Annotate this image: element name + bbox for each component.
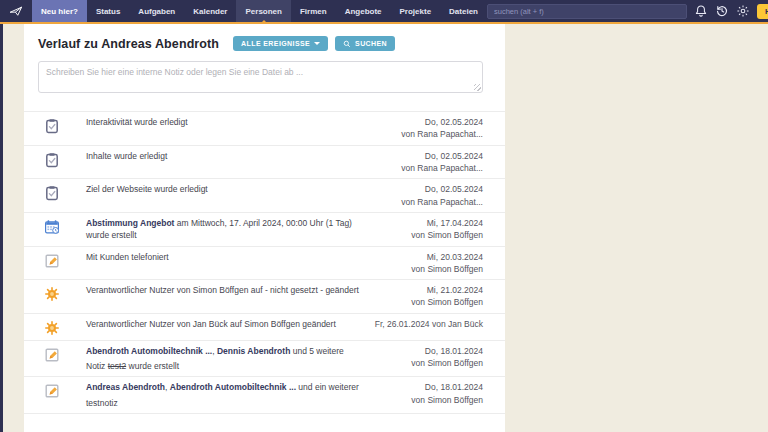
all-events-label: ALLE EREIGNISSE [241,40,310,47]
event-subtext: Notiz test2 wurde erstellt [86,360,376,372]
event-main-text: Inhalte wurde erledigt [86,150,376,162]
entity-link[interactable]: Abendroth Automobiltechnik ... [170,382,296,392]
event-meta: Do, 02.05.2024von Rana Papachat... [401,116,483,141]
top-nav: Neu hier?StatusAufgabenKalenderPersonenF… [0,0,768,24]
event-meta: Do, 18.01.2024von Simon Böffgen [411,381,483,406]
event-main-text: Ziel der Webseite wurde erledigt [86,183,376,195]
text-segment: Inhalte wurde erledigt [86,151,167,161]
page-body: Verlauf zu Andreas Abendroth ALLE EREIGN… [0,24,768,432]
text-segment: Interaktivität wurde erledigt [86,117,188,127]
timeline-row: Inhalte wurde erledigtDo, 02.05.2024von … [24,146,505,180]
event-meta-line: von Simon Böffgen [411,357,483,369]
event-meta-line: von Rana Papachat... [401,162,483,174]
event-meta-line: Mi, 20.03.2024 [411,251,483,263]
timeline-row: Interaktivität wurde erledigtDo, 02.05.2… [24,112,505,146]
event-meta-line: Mi, 17.04.2024 [411,217,483,229]
page-header: Verlauf zu Andreas Abendroth ALLE EREIGN… [24,24,505,51]
nav-item-neu-hier[interactable]: Neu hier? [32,0,87,22]
chevron-down-icon [314,42,320,45]
nav-right: Hilfe [487,0,768,22]
event-meta-line: Mi, 21.02.2024 [411,284,483,296]
text-segment: Verantwortlicher Nutzer von Simon Böffge… [86,285,359,295]
history-icon[interactable] [715,4,729,18]
nav-item-dateien[interactable]: Dateien [440,0,487,22]
entity-link[interactable]: Abstimmung Angebot [86,218,174,228]
search-events-button[interactable]: SUCHEN [335,36,395,51]
note-pencil-icon [44,383,60,399]
timeline-row: Ziel der Webseite wurde erledigtDo, 02.0… [24,179,505,213]
paper-plane-icon[interactable] [0,0,32,22]
gear-icon[interactable] [736,4,750,18]
timeline-row: Verantwortlicher Nutzer von Jan Bück auf… [24,314,505,341]
event-meta-line: von Simon Böffgen [411,394,483,406]
timeline-row: Abstimmung Angebot am Mittwoch, 17. Apri… [24,213,505,247]
event-text: Verantwortlicher Nutzer von Simon Böffge… [86,284,384,296]
nav-item-projekte[interactable]: Projekte [391,0,441,22]
event-meta-line: von Simon Böffgen [411,263,483,275]
struck-text: test2 [108,361,126,371]
event-meta: Mi, 17.04.2024von Simon Böffgen [411,217,483,242]
event-meta-line: Do, 02.05.2024 [401,116,483,128]
event-main-text: Abendroth Automobiltechnik ..., Dennis A… [86,345,376,357]
event-main-text: Andreas Abendroth, Abendroth Automobilte… [86,381,376,393]
event-meta-line: Do, 18.01.2024 [411,381,483,393]
event-meta: Fr, 26.01.2024 von Jan Bück [375,318,483,330]
task-check-icon [44,118,60,134]
event-meta-line: Fr, 26.01.2024 von Jan Bück [375,318,483,330]
calendar-icon [44,219,60,235]
text-segment: Verantwortlicher Nutzer von Jan Bück auf… [86,319,336,329]
event-text: Abendroth Automobiltechnik ..., Dennis A… [86,345,384,373]
event-text: Interaktivität wurde erledigt [86,116,384,128]
search-input[interactable] [487,4,687,19]
task-check-icon [44,152,60,168]
event-text: Ziel der Webseite wurde erledigt [86,183,384,195]
note-pencil-icon [44,347,60,363]
bell-icon[interactable] [694,4,708,18]
event-text: Verantwortlicher Nutzer von Jan Bück auf… [86,318,375,330]
text-segment: und ein weiterer [296,382,359,392]
nav-items: Neu hier?StatusAufgabenKalenderPersonenF… [32,0,487,22]
nav-item-personen[interactable]: Personen [236,0,290,22]
active-tab-caret-icon [260,20,268,24]
event-text: Mit Kunden telefoniert [86,251,384,263]
nav-item-kalender[interactable]: Kalender [184,0,236,22]
event-main-text: Mit Kunden telefoniert [86,251,376,263]
timeline-row: Verantwortlicher Nutzer von Simon Böffge… [24,280,505,314]
event-subtext: testnotiz [86,397,376,409]
nav-item-firmen[interactable]: Firmen [291,0,336,22]
event-meta-line: Do, 02.05.2024 [401,150,483,162]
all-events-dropdown[interactable]: ALLE EREIGNISSE [233,36,328,51]
event-text: Inhalte wurde erledigt [86,150,384,162]
event-meta-line: von Simon Böffgen [411,229,483,241]
event-text: Abstimmung Angebot am Mittwoch, 17. Apri… [86,217,384,242]
timeline-row: Mit Kunden telefoniertMi, 20.03.2024von … [24,247,505,281]
entity-link[interactable]: Dennis Abendroth [217,346,290,356]
timeline-list: Interaktivität wurde erledigtDo, 02.05.2… [24,111,505,414]
text-segment: und 5 weitere [290,346,343,356]
text-segment: Ziel der Webseite wurde erledigt [86,184,208,194]
event-main-text: Verantwortlicher Nutzer von Jan Bück auf… [86,318,367,330]
entity-link[interactable]: Andreas Abendroth [86,382,165,392]
event-meta-line: von Rana Papachat... [401,128,483,140]
page-title: Verlauf zu Andreas Abendroth [38,37,219,51]
settings-change-icon [44,320,60,336]
window-left-edge [0,24,3,432]
nav-item-status[interactable]: Status [87,0,129,22]
event-main-text: Abstimmung Angebot am Mittwoch, 17. Apri… [86,217,376,242]
event-meta: Do, 18.01.2024von Simon Böffgen [411,345,483,370]
text-segment: wurde erstellt [126,361,179,371]
nav-item-aufgaben[interactable]: Aufgaben [129,0,184,22]
event-text: Andreas Abendroth, Abendroth Automobilte… [86,381,384,409]
entity-link[interactable]: Abendroth Automobiltechnik ... [86,346,212,356]
nav-item-angebote[interactable]: Angebote [336,0,391,22]
timeline-row: Abendroth Automobiltechnik ..., Dennis A… [24,341,505,378]
timeline-row: Andreas Abendroth, Abendroth Automobilte… [24,377,505,414]
event-meta: Do, 02.05.2024von Rana Papachat... [401,150,483,175]
text-segment: Notiz [86,361,108,371]
note-pencil-icon [44,253,60,269]
text-segment: testnotiz [86,398,118,408]
event-meta: Do, 02.05.2024von Rana Papachat... [401,183,483,208]
note-input[interactable] [38,61,483,93]
help-button[interactable]: Hilfe [757,4,768,19]
settings-change-icon [44,286,60,302]
